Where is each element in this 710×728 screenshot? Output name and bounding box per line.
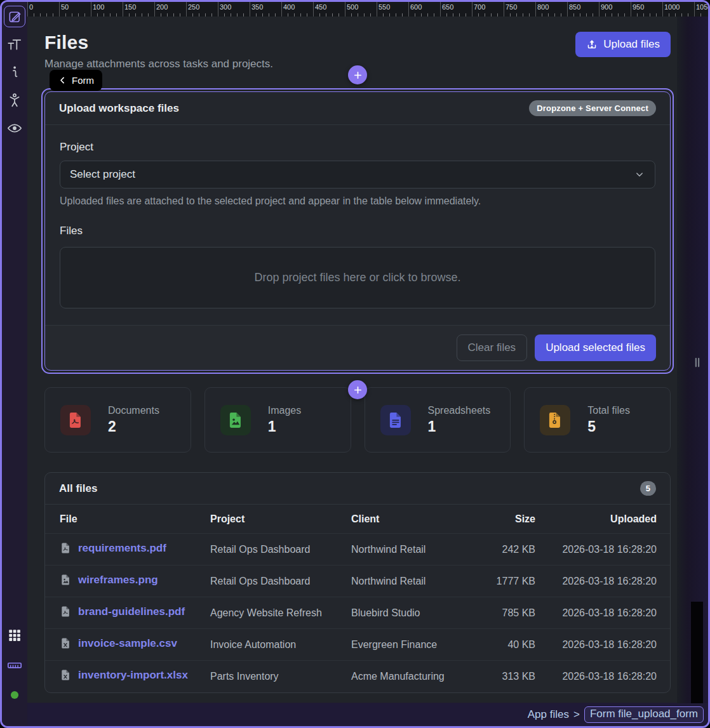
ruler-tick (218, 2, 218, 17)
all-files-card: All files 5 FileProjectClientSizeUploade… (44, 472, 671, 693)
client-cell: Bluebird Studio (351, 597, 466, 629)
preview-tool[interactable] (4, 117, 25, 139)
clear-files-button[interactable]: Clear files (457, 334, 528, 361)
apps-grid[interactable] (4, 625, 25, 646)
ruler-tick (389, 13, 390, 17)
ruler-tick-label: 700 (474, 3, 485, 11)
ruler-tick (237, 13, 238, 17)
file-excel-icon (60, 637, 72, 652)
add-component-button-top[interactable] (348, 65, 367, 84)
ruler-tick-label: 450 (315, 3, 326, 11)
panel-drag-handle[interactable] (688, 353, 707, 374)
ruler-tick (662, 2, 663, 17)
ruler-tick (656, 13, 657, 17)
ruler-tick (84, 13, 85, 17)
ruler-tool[interactable] (4, 654, 25, 676)
table-card-title: All files (59, 482, 97, 495)
ruler-tick (523, 13, 523, 17)
ruler-tick (173, 13, 174, 17)
ruler-tick-label: 0 (29, 3, 33, 11)
file-image-icon (60, 574, 72, 588)
ruler-tick (34, 13, 34, 17)
ruler-tick (275, 13, 276, 17)
ruler-tick (231, 13, 231, 17)
file-count-badge: 5 (640, 481, 656, 496)
project-select[interactable]: Select project (60, 161, 655, 189)
table-row: inventory-import.xlsxParts InventoryAcme… (45, 661, 670, 692)
ruler-tick (624, 13, 625, 17)
stat-value: 5 (587, 418, 630, 435)
files-label: Files (60, 225, 655, 237)
ruler-tick (72, 13, 72, 17)
ruler-tick (650, 13, 650, 17)
file-link[interactable]: inventory-import.xlsx (78, 669, 188, 681)
dropzone-text: Drop project files here or click to brow… (254, 271, 460, 284)
file-link[interactable]: requirements.pdf (78, 542, 166, 554)
stat-card-spreadsheets: Spreadsheets1 (365, 387, 511, 453)
file-link[interactable]: invoice-sample.csv (78, 637, 177, 649)
ruler-tick (250, 2, 250, 17)
size-cell: 40 KB (466, 629, 535, 661)
info-tool[interactable] (4, 62, 25, 83)
file-cell: inventory-import.xlsx (45, 661, 210, 692)
ruler-tick (554, 13, 555, 17)
plus-icon (352, 385, 363, 395)
ruler-tick (516, 13, 517, 17)
file-excel-icon (60, 669, 72, 684)
ruler-tick-label: 550 (378, 3, 390, 11)
upload-selected-files-button[interactable]: Upload selected files (535, 334, 656, 361)
sidebar-bottom-tools (4, 625, 25, 726)
ruler-tick (529, 13, 530, 17)
upload-files-button[interactable]: Upload files (575, 32, 671, 57)
stat-tile-total-files (540, 405, 570, 435)
ruler-tick (396, 13, 396, 17)
accessibility-icon (6, 92, 23, 109)
file-zip-icon (546, 411, 564, 429)
edit-tool[interactable] (4, 6, 25, 27)
breadcrumb-current-form[interactable]: Form file_upload_form (584, 706, 704, 723)
ruler-tick (669, 13, 669, 17)
vertical-scrollbar[interactable] (691, 602, 703, 705)
column-header-client: Client (351, 505, 466, 534)
ruler-tick (618, 13, 619, 17)
file-link[interactable]: wireframes.png (78, 574, 158, 586)
stat-text-spreadsheets: Spreadsheets1 (428, 405, 491, 435)
table-row: invoice-sample.csvInvoice AutomationEver… (45, 629, 670, 661)
column-header-uploaded: Uploaded (535, 505, 670, 534)
chevron-down-icon (634, 169, 645, 180)
file-link[interactable]: brand-guidelines.pdf (78, 606, 185, 618)
project-help-text: Uploaded files are attached to the selec… (60, 195, 655, 207)
file-dropzone[interactable]: Drop project files here or click to brow… (60, 247, 655, 308)
ruler-tick (427, 13, 428, 17)
ruler-tick (688, 13, 688, 17)
ruler-tick (40, 13, 41, 17)
ruler-tick (116, 13, 117, 17)
add-component-button-middle[interactable] (348, 380, 367, 399)
ruler-tick (338, 13, 339, 17)
selected-element-badge[interactable]: Form (50, 70, 102, 91)
ruler-tick-label: 600 (410, 3, 422, 11)
accessibility-tool[interactable] (4, 89, 25, 111)
ruler-tick (402, 13, 403, 17)
ruler-tick (434, 13, 434, 17)
ruler-tick (300, 13, 301, 17)
ruler-tick (135, 13, 136, 17)
plus-icon (352, 70, 363, 81)
ruler-tick (637, 13, 638, 17)
status-indicator[interactable] (4, 684, 25, 706)
upload-icon (586, 39, 598, 50)
form-card-header: Upload workspace files Dropzone + Server… (45, 92, 670, 125)
ruler-tick (573, 13, 574, 17)
project-cell: Invoice Automation (210, 629, 351, 661)
ruler-tick (224, 13, 225, 17)
ruler-icon (6, 657, 23, 673)
stat-tile-documents (60, 405, 91, 435)
ruler-tick (408, 2, 409, 17)
ruler-tick (345, 2, 345, 17)
ruler-tick (110, 13, 111, 17)
ruler-tick (46, 13, 47, 17)
stat-label: Documents (108, 405, 159, 416)
text-tool[interactable] (4, 34, 25, 55)
ruler-tick (326, 13, 326, 17)
breadcrumb-app-files[interactable]: App files (528, 708, 569, 721)
